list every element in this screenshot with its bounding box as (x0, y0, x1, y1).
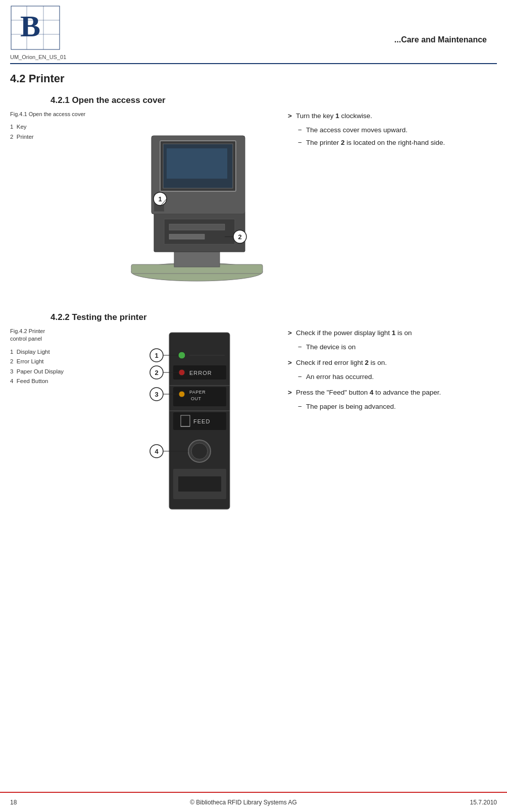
svg-text:ERROR: ERROR (189, 370, 212, 376)
content-row-4-2-2: Fig.4.2 Printercontrol panel 1 Display L… (10, 328, 497, 529)
svg-text:4: 4 (155, 448, 159, 455)
subsection-4-2-2-heading: 4.2.2 Testing the printer (50, 312, 507, 322)
instruction-4-2-2-sub-2: − An error has occurred. (298, 371, 497, 383)
dash-icon: − (298, 401, 302, 412)
sub-instruction-text: The device is on (306, 342, 356, 353)
svg-text:PAPER: PAPER (189, 390, 206, 395)
control-panel-svg: ERROR PAPER OUT FEED (139, 328, 255, 529)
right-col-4-2-2: > Check if the power display light 1 is … (273, 328, 497, 529)
section-4-2-heading: 4.2 Printer (10, 72, 497, 85)
right-col-4-2-1: > Turn the key 1 clockwise. − The access… (273, 111, 497, 287)
instruction-4-2-1-sub-1: − The access cover moves upward. (298, 125, 497, 136)
arrow-icon: > (288, 111, 292, 122)
sub-instruction-text: The printer 2 is located on the right-ha… (306, 137, 445, 148)
fig-label-4-2-2: Fig.4.2 Printercontrol panel (10, 328, 116, 343)
logo-area: B UM_Orion_EN_US_01 (10, 5, 71, 60)
instruction-text: Turn the key 1 clockwise. (296, 111, 372, 122)
svg-rect-10 (164, 219, 235, 244)
arrow-icon: > (288, 328, 292, 339)
sub-instruction-text: An error has occurred. (306, 371, 374, 383)
fig-label-4-2-1: Fig.4.1 Open the access cover (10, 111, 116, 118)
svg-rect-43 (178, 476, 221, 492)
instruction-4-2-2-main-2: > Check if red error light 2 is on. (288, 357, 497, 368)
svg-text:2: 2 (155, 369, 158, 376)
sub-instruction-text: The paper is being advanced. (306, 401, 396, 412)
fig-items-4-2-2: 1 Display Light 2 Error Light 3 Paper Ou… (10, 347, 116, 387)
svg-text:1: 1 (158, 195, 162, 203)
svg-point-32 (179, 391, 185, 397)
svg-rect-11 (169, 224, 225, 230)
svg-point-25 (178, 352, 185, 359)
svg-rect-16 (167, 148, 227, 179)
instruction-4-2-2-sub-3: − The paper is being advanced. (298, 401, 497, 412)
instruction-4-2-2-main-1: > Check if the power display light 1 is … (288, 328, 497, 339)
page-number: 18 (10, 799, 17, 806)
svg-text:2: 2 (238, 233, 241, 241)
page-title: ...Care and Maintenance (394, 5, 497, 44)
svg-text:FEED: FEED (193, 418, 210, 424)
fig-4-2-1-image: 1 2 (124, 111, 270, 287)
page-header: B UM_Orion_EN_US_01 ...Care and Maintena… (0, 0, 507, 60)
instruction-4-2-1-sub-2: − The printer 2 is located on the right-… (298, 137, 497, 148)
page-footer: 18 © Bibliotheca RFID Library Systems AG… (0, 792, 507, 812)
printer-kiosk-svg: 1 2 (124, 111, 270, 287)
content-row-4-2-1: Fig.4.1 Open the access cover 1 Key 2 Pr… (10, 111, 497, 287)
fig-item-2: 2 Error Light (10, 357, 116, 367)
dash-icon: − (298, 371, 302, 383)
instruction-4-2-1-main-1: > Turn the key 1 clockwise. (288, 111, 497, 122)
fig-items-4-2-1: 1 Key 2 Printer (10, 122, 116, 142)
svg-rect-12 (169, 234, 205, 239)
sub-instruction-text: The access cover moves upward. (306, 125, 408, 136)
company-logo: B (10, 5, 61, 50)
copyright-text: © Bibliotheca RFID Library Systems AG (190, 799, 297, 806)
fig-item-3: 3 Paper Out Display (10, 367, 116, 377)
dash-icon: − (298, 342, 302, 353)
left-col-4-2-1: Fig.4.1 Open the access cover 1 Key 2 Pr… (10, 111, 121, 287)
instruction-text: Press the "Feed" button 4 to advance the… (296, 387, 441, 398)
instruction-text: Check if the power display light 1 is on (296, 328, 412, 339)
fig-item-1: 1 Display Light (10, 347, 116, 357)
svg-text:3: 3 (155, 391, 158, 398)
fig-item-2: 2 Printer (10, 132, 116, 142)
svg-point-41 (191, 443, 208, 459)
printer-figure-4-2-2: ERROR PAPER OUT FEED (121, 328, 273, 529)
fig-4-2-2-image: ERROR PAPER OUT FEED (139, 328, 255, 529)
fig-item-4: 4 Feed Button (10, 376, 116, 387)
date-text: 15.7.2010 (470, 799, 497, 806)
header-divider (10, 63, 497, 64)
instruction-text: Check if red error light 2 is on. (296, 357, 387, 368)
svg-text:OUT: OUT (191, 396, 201, 401)
dash-icon: − (298, 137, 302, 148)
svg-text:B: B (20, 10, 40, 43)
dash-icon: − (298, 125, 302, 136)
left-col-4-2-2: Fig.4.2 Printercontrol panel 1 Display L… (10, 328, 121, 529)
printer-figure-4-2-1: 1 2 (121, 111, 273, 287)
svg-text:1: 1 (155, 352, 158, 359)
arrow-icon: > (288, 357, 292, 368)
fig-item-1: 1 Key (10, 122, 116, 132)
subsection-4-2-1-heading: 4.2.1 Open the access cover (50, 95, 507, 105)
document-id: UM_Orion_EN_US_01 (10, 54, 71, 60)
svg-point-28 (179, 369, 185, 375)
arrow-icon: > (288, 387, 292, 398)
instruction-4-2-2-sub-1: − The device is on (298, 342, 497, 353)
instruction-4-2-2-main-3: > Press the "Feed" button 4 to advance t… (288, 387, 497, 398)
